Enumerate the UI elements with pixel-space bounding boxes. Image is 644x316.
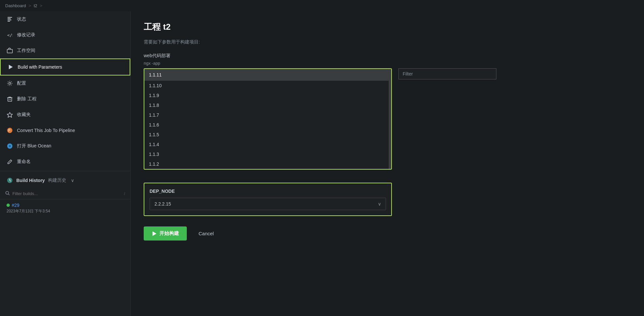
convert-pipeline-icon: P [7,127,13,134]
sidebar-item-build-params-label: Build with Parameters [18,64,62,70]
dep-node-selected-value: 2.2.2.15 [154,201,171,207]
svg-line-19 [8,194,10,195]
build-history-icon [7,177,13,184]
sidebar-item-favorites[interactable]: 收藏夹 [0,107,130,123]
action-bar: 开始构建 Cancel [144,226,631,241]
svg-marker-12 [7,112,12,117]
web-deploy-label: web代码部署 [144,53,631,59]
filter-shortcut: / [124,191,125,196]
favorites-icon [7,111,13,118]
breadcrumb: Dashboard > t2 > [0,0,644,11]
sidebar-item-blue-ocean-label: 打开 Blue Ocean [17,143,51,149]
svg-rect-1 [8,18,11,19]
svg-rect-5 [7,49,12,53]
breadcrumb-project[interactable]: t2 [34,3,37,8]
dropdown-option-117[interactable]: 1.1.7 [144,110,389,120]
build-params-icon [7,64,14,70]
dep-node-container: DEP_NODE 2.2.2.15 ∨ [144,183,392,216]
search-icon [5,191,10,196]
svg-point-16 [9,145,11,147]
page-title: 工程 t2 [144,21,631,33]
sidebar-item-config-label: 配置 [17,80,26,86]
build-history-header[interactable]: Build History 构建历史 ∨ [0,173,130,188]
svg-marker-6 [9,65,13,69]
filter-builds-input[interactable] [12,191,121,196]
web-deploy-sublabel: ngx -app [144,61,631,66]
sidebar-item-config[interactable]: 配置 [0,75,130,91]
build-history-title: Build History [16,178,45,183]
build-status-indicator [7,204,10,207]
sidebar-item-convert-pipeline-label: Convert This Job To Pipeline [17,128,75,133]
dropdown-option-118[interactable]: 1.1.8 [144,100,389,110]
dropdown-option-115[interactable]: 1.1.5 [144,130,389,140]
config-icon [7,80,13,87]
dropdown-option-113[interactable]: 1.1.3 [144,149,389,159]
web-deploy-param-group: web代码部署 ngx -app 1.1.11 1.1.10 1.1.9 1.1… [144,53,631,170]
sidebar-item-rename[interactable]: 重命名 [0,154,130,170]
sidebar-item-delete-label: 删除 工程 [17,96,37,102]
dropdown-list: 1.1.10 1.1.9 1.1.8 1.1.7 1.1.6 1.1.5 1.1… [144,81,389,169]
svg-rect-0 [8,17,12,18]
dropdown-filter-input[interactable] [398,68,496,79]
svg-text:P: P [8,129,10,132]
cancel-button[interactable]: Cancel [193,227,219,240]
start-build-button[interactable]: 开始构建 [144,226,187,241]
breadcrumb-dashboard[interactable]: Dashboard [5,3,26,8]
dropdown-scrollbar[interactable] [389,81,391,169]
sidebar-item-changes-label: 修改记录 [17,32,35,38]
svg-rect-8 [8,98,12,101]
blue-ocean-icon [7,143,13,149]
workspace-icon [7,47,13,54]
play-icon [152,231,157,236]
dep-node-title: DEP_NODE [150,189,386,194]
sidebar-divider [0,171,130,171]
dropdown-option-116[interactable]: 1.1.6 [144,120,389,130]
dropdown-option-112[interactable]: 1.1.2 [144,159,389,169]
svg-text:</>: </> [7,33,13,38]
breadcrumb-sep2: > [40,3,42,8]
svg-point-18 [6,191,9,194]
content-area: 工程 t2 需要如下参数用于构建项目: web代码部署 ngx -app 1.1… [131,11,644,316]
sidebar-item-status-label: 状态 [17,16,26,22]
web-deploy-dropdown[interactable]: 1.1.11 1.1.10 1.1.9 1.1.8 1.1.7 1.1.6 1.… [144,68,392,170]
build-date: 2023年7月13日 下午3:54 [7,208,124,214]
changes-icon: </> [7,32,13,38]
rename-icon [7,158,13,165]
svg-rect-2 [8,20,11,20]
sidebar-item-status[interactable]: 状态 [0,11,130,27]
web-deploy-dropdown-container: 1.1.11 1.1.10 1.1.9 1.1.8 1.1.7 1.1.6 1.… [144,68,392,170]
status-icon [7,16,13,23]
start-build-label: 开始构建 [159,230,179,237]
section-description: 需要如下参数用于构建项目: [144,39,631,45]
sidebar-item-workspace[interactable]: 工作空间 [0,43,130,58]
breadcrumb-sep1: > [29,3,31,8]
build-history-filter: / [0,188,130,199]
delete-icon [7,96,13,102]
dropdown-filter-box [398,68,496,79]
dropdown-option-119[interactable]: 1.1.9 [144,91,389,100]
dropdown-option-114[interactable]: 1.1.4 [144,140,389,149]
sidebar-item-build-params[interactable]: Build with Parameters [0,58,130,75]
sidebar-item-changes[interactable]: </> 修改记录 [0,27,130,43]
dropdown-selected-value: 1.1.11 [144,69,391,81]
svg-rect-3 [8,21,10,22]
build-item[interactable]: #29 2023年7月13日 下午3:54 [0,199,130,217]
sidebar-item-rename-label: 重命名 [17,159,31,165]
build-history-label: 构建历史 [48,177,66,183]
sidebar-item-blue-ocean[interactable]: 打开 Blue Ocean [0,138,130,154]
sidebar-item-delete[interactable]: 删除 工程 [0,91,130,107]
sidebar-item-favorites-label: 收藏夹 [17,112,31,118]
dep-node-chevron-icon: ∨ [378,201,381,207]
sidebar-item-workspace-label: 工作空间 [17,48,35,54]
dep-node-param-group: DEP_NODE 2.2.2.15 ∨ [144,183,631,216]
dropdown-scroll-area: 1.1.10 1.1.9 1.1.8 1.1.7 1.1.6 1.1.5 1.1… [144,81,391,169]
dropdown-option-1110[interactable]: 1.1.10 [144,81,389,91]
sidebar-item-convert-pipeline[interactable]: P Convert This Job To Pipeline [0,123,130,138]
svg-marker-20 [153,231,156,236]
dep-node-select[interactable]: 2.2.2.15 ∨ [150,198,386,210]
svg-point-7 [9,82,11,84]
sidebar: 状态 </> 修改记录 工作空间 Build with Parameters 配… [0,11,131,316]
build-number[interactable]: #29 [12,203,19,208]
chevron-down-icon: ∨ [71,178,74,183]
